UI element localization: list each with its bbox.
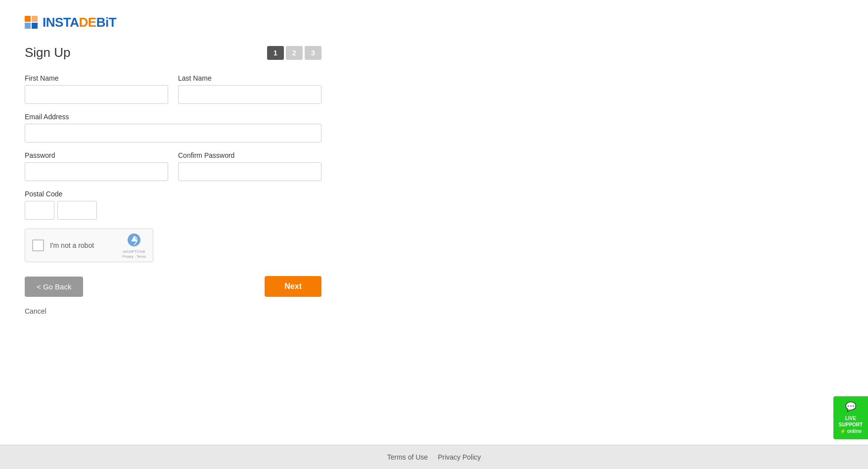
recaptcha-label: I'm not a robot (50, 241, 116, 249)
confirm-password-group: Confirm Password (178, 151, 321, 181)
last-name-input[interactable] (178, 85, 321, 104)
steps-indicator: 1 2 3 (267, 46, 321, 60)
email-row: Email Address (25, 113, 321, 142)
live-support-label: LIVESUPPORT⚡ online (839, 415, 863, 434)
first-name-group: First Name (25, 74, 168, 104)
svg-rect-1 (32, 16, 38, 22)
confirm-password-label: Confirm Password (178, 151, 321, 159)
password-label: Password (25, 151, 168, 159)
postal-code-label: Postal Code (25, 190, 321, 198)
recaptcha-logo: reCAPTCHA Privacy - Terms (122, 233, 146, 258)
recaptcha-icon (126, 233, 142, 248)
step-3: 3 (305, 46, 321, 60)
svg-rect-2 (25, 23, 31, 29)
email-label: Email Address (25, 113, 321, 121)
name-row: First Name Last Name (25, 74, 321, 104)
page-footer: Terms of Use Privacy Policy (0, 445, 868, 469)
live-support-widget[interactable]: 💬 LIVESUPPORT⚡ online (833, 396, 868, 439)
header-row: Sign Up 1 2 3 (25, 45, 321, 60)
go-back-button[interactable]: < Go Back (25, 277, 83, 297)
svg-rect-3 (32, 23, 38, 29)
postal-code-group: Postal Code (25, 190, 321, 220)
password-row: Password Confirm Password (25, 151, 321, 181)
logo: INSTADEBiT (25, 15, 321, 30)
recaptcha-checkbox[interactable] (32, 239, 44, 251)
next-button[interactable]: Next (265, 276, 321, 297)
step-1: 1 (267, 46, 284, 60)
svg-rect-0 (25, 16, 31, 22)
footer-links: Terms of Use Privacy Policy (0, 453, 868, 461)
recaptcha-widget[interactable]: I'm not a robot reCAPTCHA Privacy - Term… (25, 229, 153, 262)
password-input[interactable] (25, 162, 168, 181)
email-input[interactable] (25, 124, 321, 142)
postal-part1-input[interactable] (25, 201, 54, 220)
logo-icon (25, 16, 39, 30)
postal-part2-input[interactable] (57, 201, 97, 220)
logo-text: INSTADEBiT (43, 15, 116, 30)
privacy-policy-link[interactable]: Privacy Policy (438, 453, 481, 461)
password-group: Password (25, 151, 168, 181)
buttons-row: < Go Back Next (25, 276, 321, 297)
first-name-label: First Name (25, 74, 168, 82)
terms-of-use-link[interactable]: Terms of Use (387, 453, 428, 461)
cancel-link[interactable]: Cancel (25, 307, 46, 315)
logo-squares (25, 16, 39, 30)
last-name-group: Last Name (178, 74, 321, 104)
page-title: Sign Up (25, 45, 71, 60)
confirm-password-input[interactable] (178, 162, 321, 181)
chat-icon: 💬 (845, 401, 856, 412)
postal-inputs (25, 201, 321, 220)
first-name-input[interactable] (25, 85, 168, 104)
step-2: 2 (286, 46, 303, 60)
email-group: Email Address (25, 113, 321, 142)
last-name-label: Last Name (178, 74, 321, 82)
